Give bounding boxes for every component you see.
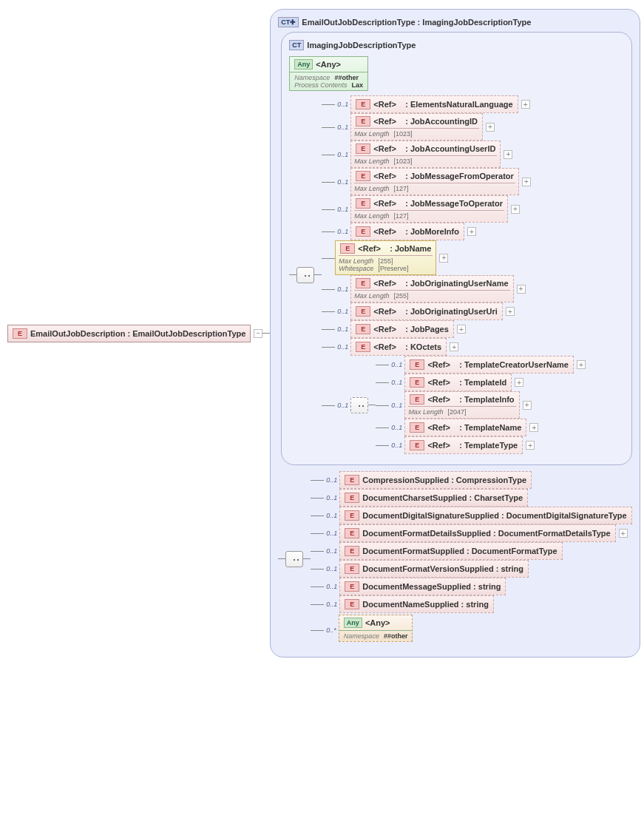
ref-type: : JobAccountingUserID [405, 144, 495, 153]
expand-icon[interactable]: + [506, 307, 515, 316]
occurrence-label: 0..1 [326, 512, 337, 519]
expand-icon[interactable]: + [467, 227, 476, 236]
tree-branch: 0..1EDocumentFormatSupplied : DocumentFo… [311, 542, 631, 560]
root-element: E EmailOutJobDescription : EmailOutJobDe… [7, 325, 270, 342]
element-icon: E [356, 306, 370, 317]
ref-label: <Ref> [373, 279, 396, 288]
element-label: DocumentFormatVersionSupplied : string [362, 564, 523, 573]
xsd-diagram: E EmailOutJobDescription : EmailOutJobDe… [7, 7, 637, 659]
element-label: DocumentNameSupplied : string [362, 600, 489, 609]
element-icon: E [356, 143, 370, 154]
element-node[interactable]: EDocumentFormatVersionSupplied : string [339, 560, 529, 578]
element-node[interactable]: EDocumentFormatSupplied : DocumentFormat… [339, 542, 562, 560]
any-top[interactable]: Any <Any> Namespace##other Process Conte… [289, 56, 368, 91]
ref-label: <Ref> [373, 117, 396, 126]
sequence-icon[interactable] [285, 551, 303, 567]
expand-icon[interactable]: + [515, 378, 523, 387]
ref-label: <Ref> [427, 378, 450, 387]
ref-label: <Ref> [427, 441, 450, 450]
element-icon: E [356, 324, 370, 334]
expand-icon[interactable]: − [254, 329, 262, 338]
outer-ct-header: CT✚ EmailOutJobDescriptionType : Imaging… [278, 17, 631, 27]
occurrence-label: 0..1 [337, 228, 348, 235]
expand-icon[interactable]: + [511, 205, 520, 214]
element-node[interactable]: ECompressionSupplied : CompressionType [339, 471, 532, 489]
expand-icon[interactable]: + [619, 529, 628, 538]
ref-label: <Ref> [373, 227, 396, 236]
expand-icon[interactable]: + [439, 254, 448, 263]
occurrence-label: 0..1 [391, 424, 402, 431]
element-node[interactable]: EDocumentMessageSupplied : string [339, 578, 506, 595]
sequence-icon[interactable] [350, 397, 368, 413]
tree-branch: 0..1E<Ref> : JobAccountingIDMax Length[1… [322, 113, 586, 141]
occurrence-label: 0..1 [326, 530, 337, 537]
facets: Max Length[255] [354, 290, 509, 300]
element-icon: E [345, 599, 359, 609]
tree-branch: 0..1ECompressionSupplied : CompressionTy… [311, 471, 631, 489]
element-label: CompressionSupplied : CompressionType [362, 476, 526, 484]
element-icon: E [356, 116, 370, 126]
ref-label: <Ref> [373, 144, 396, 153]
ref-type: : JobName [390, 244, 431, 253]
occurrence-label: 0..1 [337, 124, 348, 131]
tree-branch: 0..1E<Ref> : JobOriginatingUserUri+ [322, 302, 586, 320]
ref-label: <Ref> [427, 423, 450, 432]
facets: Max Length[1023] [354, 155, 497, 165]
expand-icon[interactable]: + [577, 360, 586, 369]
expand-icon[interactable]: + [457, 325, 466, 334]
ref-label: <Ref> [373, 342, 396, 351]
tree-branch: 0..1E<Ref> : ElementsNaturalLanguage+ [322, 95, 586, 113]
any-bottom[interactable]: Any<Any>Namespace##other [339, 615, 413, 642]
expand-icon[interactable]: + [450, 342, 458, 351]
element-node[interactable]: EDocumentDigitalSignatureSupplied : Docu… [339, 507, 631, 524]
occurrence-label: 0..1 [337, 325, 348, 333]
facets: Max Length[1023] [354, 128, 479, 138]
occurrence-label: 0..1 [326, 547, 337, 555]
tree-branch: 0..1E<Ref> : TemplateName+ [376, 419, 586, 436]
tree-branch: 0..1E<Ref> : TemplateId+ [376, 373, 586, 391]
element-node[interactable]: EDocumentCharsetSupplied : CharsetType [339, 489, 528, 507]
expand-icon[interactable]: + [529, 423, 538, 432]
root-element-box[interactable]: E EmailOutJobDescription : EmailOutJobDe… [7, 325, 251, 342]
element-icon: E [345, 528, 359, 538]
tree-branch: 0..1E<Ref> : TemplateCreatorUserName+ [376, 356, 586, 373]
tree-branch: 0..1E<Ref> : TemplateInfoMax Length[2047… [376, 391, 586, 419]
ref-type: : JobMoreInfo [405, 227, 459, 236]
any-attrs: Namespace##other Process ContentsLax [290, 72, 367, 90]
complextype-icon: CT [289, 40, 304, 50]
tree-branch: 0..1E<Ref> : KOctets+ [322, 338, 586, 356]
expand-icon[interactable]: + [526, 441, 535, 450]
element-node[interactable]: EDocumentFormatDetailsSupplied : Documen… [339, 524, 615, 542]
element-icon: E [340, 243, 355, 254]
facets: Max Length[255]Whitespace[Preserve] [339, 255, 433, 272]
element-label: DocumentCharsetSupplied : CharsetType [362, 493, 523, 502]
sequence-icon[interactable] [296, 267, 314, 283]
occurrence-label: 0..1 [326, 601, 337, 608]
element-icon: E [410, 394, 424, 405]
any-icon: Any [344, 618, 362, 628]
occurrence-label: 0..1 [326, 494, 337, 501]
complextype-icon: CT✚ [278, 17, 299, 27]
ref-type: : KOctets [405, 342, 441, 351]
expand-icon[interactable]: + [523, 401, 532, 410]
ref-label: <Ref> [373, 325, 396, 334]
tree-branch: 0..1EDocumentDigitalSignatureSupplied : … [311, 507, 631, 524]
expand-icon[interactable]: + [521, 100, 530, 109]
ref-type: : TemplateId [459, 378, 506, 387]
expand-icon[interactable]: + [522, 178, 531, 186]
expand-icon[interactable]: + [504, 150, 512, 159]
expand-icon[interactable]: + [517, 285, 526, 294]
element-node[interactable]: EDocumentNameSupplied : string [339, 595, 494, 613]
expand-icon[interactable]: + [486, 123, 495, 132]
element-label: DocumentFormatSupplied : DocumentFormatT… [362, 547, 557, 555]
ref-label: <Ref> [427, 395, 450, 404]
element-label: DocumentFormatDetailsSupplied : Document… [362, 529, 610, 538]
ref-label: <Ref> [373, 199, 396, 208]
element-icon: E [356, 99, 370, 109]
occurrence-label: 0..1 [337, 151, 348, 158]
occurrence-label: 0..1 [337, 285, 348, 293]
ref-type: : JobOriginatingUserUri [405, 307, 498, 316]
ref-type: : ElementsNaturalLanguage [405, 100, 512, 109]
ref-label: <Ref> [373, 100, 396, 109]
ref-type: : JobMessageFromOperator [405, 172, 514, 180]
